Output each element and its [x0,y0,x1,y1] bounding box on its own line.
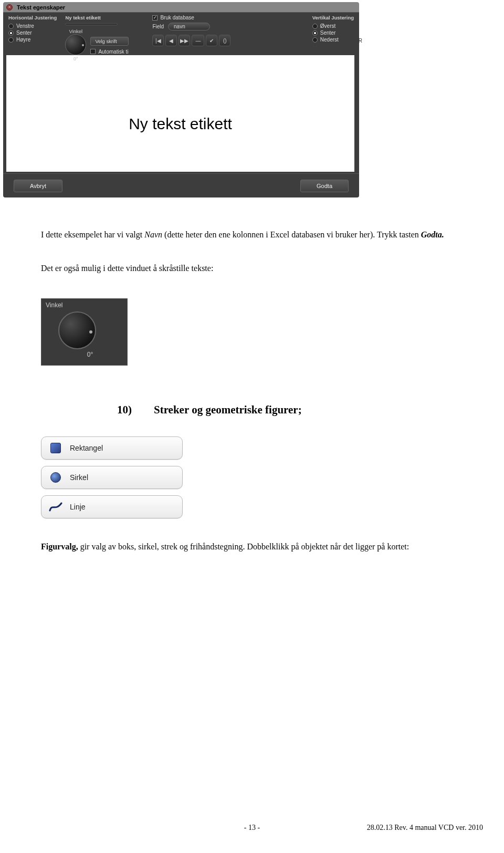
canvas-sample-text: Ny tekst etikett [129,115,232,133]
label-text-input [65,23,118,25]
paragraph-3: Figurvalg, gir valg av boks, sirkel, str… [41,541,466,553]
angle-value: 0° [74,56,78,61]
angle-dial-icon-2 [58,311,96,349]
heading-text: Streker og geometriske figurer; [154,403,302,416]
angle-dial-screenshot: Vinkel 0° [41,298,128,366]
angle-label-2: Vinkel [41,299,127,311]
dialog-canvas: Ny tekst etikett [3,54,359,173]
radio-middle: Senter [312,30,354,36]
dialog-title: Tekst egenskaper [17,4,65,11]
prev-icon: ◀ [165,35,177,46]
last-icon: — [192,35,204,46]
angle-dial-wrap: Vinkel 0° [65,28,86,61]
use-db-checkbox: ✓Bruk database [152,15,247,20]
dialog-toolbar: Horisontal Justering Venstre Senter Høyr… [3,13,359,54]
line-icon [49,500,62,514]
field-select: navn [168,23,210,30]
first-icon: |◀ [152,35,164,46]
shape-buttons-screenshot: Rektangel Sirkel Linje [41,436,183,525]
dialog-footer: Avbryt Godta [3,173,359,197]
center-col1: Ny tekst etikett Vinkel 0° Velg skrift A… [65,15,144,50]
dialog-titlebar: × Tekst egenskaper [3,2,359,13]
parens-icon: () [219,35,230,46]
angle-value-2: 0° [53,351,127,358]
next-icon: ▶▶ [178,35,190,46]
radio-right: Høyre [8,37,57,43]
center-col2: ✓Bruk database Field navn |◀ ◀ ▶▶ — ✔ () [152,15,247,50]
check-icon: ✔ [206,35,217,46]
vertical-justify-group: Vertikal Justering Øverst Senter Nederst [312,15,354,50]
paragraph-2: Det er også mulig i dette vinduet å skrå… [41,263,466,274]
auto-checkbox: Automatisk ti [90,49,128,55]
circle-label: Sirkel [70,473,88,482]
stray-r-letter: R [359,38,362,44]
vert-header: Vertikal Justering [312,15,354,20]
choose-font-button: Velg skrift [90,37,128,46]
line-button: Linje [41,495,183,518]
nav-icons-row: |◀ ◀ ▶▶ — ✔ () [152,35,247,46]
horizontal-justify-group: Horisontal Justering Venstre Senter Høyr… [8,15,57,50]
radio-bottom: Nederst [312,37,354,43]
radio-left: Venstre [8,23,57,29]
new-label-header: Ny tekst etikett [65,15,144,20]
close-icon: × [6,4,13,11]
angle-dial-icon [65,34,86,55]
horiz-header: Horisontal Justering [8,15,57,20]
revision-text: 28.02.13 Rev. 4 manual VCD ver. 2010 [367,824,483,832]
rectangle-icon [49,441,62,455]
heading-number: 10) [117,403,132,416]
radio-top: Øverst [312,23,354,29]
rectangle-button: Rektangel [41,436,183,460]
circle-button: Sirkel [41,466,183,489]
angle-label: Vinkel [69,28,83,34]
rectangle-label: Rektangel [70,444,103,452]
accept-button: Godta [300,180,349,192]
section-heading: 10) Streker og geometriske figurer; [117,403,302,417]
page-footer: - 13 - 28.02.13 Rev. 4 manual VCD ver. 2… [0,824,504,832]
text-properties-dialog-screenshot: × Tekst egenskaper Horisontal Justering … [3,2,359,197]
line-label: Linje [70,503,86,511]
radio-center: Senter [8,30,57,36]
circle-icon [49,471,62,484]
cancel-button: Avbryt [14,180,62,192]
paragraph-1: I dette eksempelet har vi valgt Navn (de… [41,229,466,241]
field-label: Field [152,24,164,29]
